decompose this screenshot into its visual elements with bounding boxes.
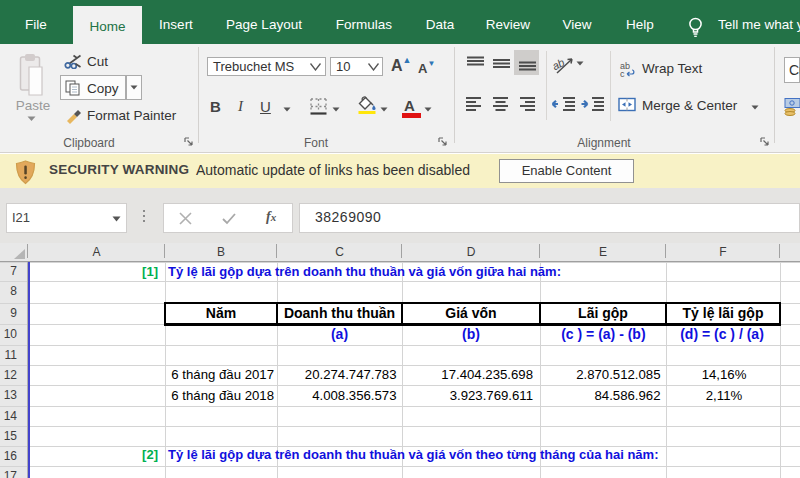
svg-text:c: c <box>620 69 625 78</box>
